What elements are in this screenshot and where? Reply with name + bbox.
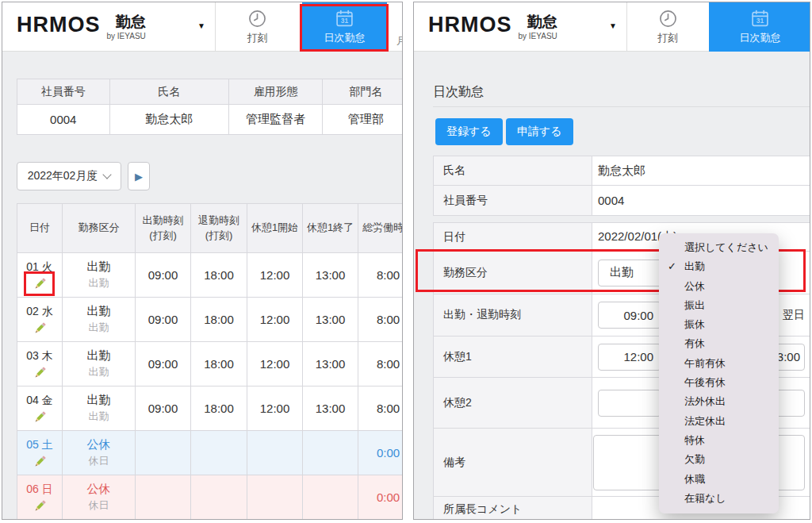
edit-pencil-icon[interactable] <box>17 454 62 469</box>
tab-nikkin-label: 日次勤怠 <box>740 31 781 45</box>
tab-dakoku[interactable]: 打刻 <box>215 2 300 52</box>
tab-nikkin-kintai[interactable]: 31 日次勤怠 <box>709 2 810 52</box>
day-of-week: 木 <box>42 349 53 362</box>
dropdown-option[interactable]: 法定休出 <box>659 412 779 431</box>
day-of-week: 土 <box>42 438 53 451</box>
apply-button[interactable]: 申請する <box>506 118 573 145</box>
checkmark-icon: ✓ <box>668 257 676 276</box>
day-of-week: 火 <box>42 260 53 273</box>
svg-text:31: 31 <box>756 17 764 25</box>
break2-label: 休憩2 <box>434 378 592 428</box>
department: 管理部 <box>322 105 403 135</box>
day-of-week: 水 <box>42 305 53 317</box>
break-start-time: 12:00 <box>247 342 303 386</box>
work-type: 出勤 <box>63 304 135 319</box>
month-selector-label: 2022年02月度 <box>28 169 98 183</box>
work-type-sub: 出勤 <box>63 365 135 379</box>
attendance-table: 日付 勤務区分 出勤時刻(打刻) 退勤時刻(打刻) 休憩1開始 休憩1終了 総労… <box>17 203 403 520</box>
register-button[interactable]: 登録する <box>435 118 503 145</box>
logo-product: 勤怠 <box>116 14 146 31</box>
dropdown-option[interactable]: 在籍なし <box>659 489 779 508</box>
clock-in-time: 09:00 <box>136 386 191 431</box>
tab-next-partial-label: 月 <box>396 34 403 48</box>
next-day-label: 翌日 <box>783 308 805 322</box>
app-header: HRMOS 勤怠 by IEYASU ▼ 打刻 31 日次勤怠 <box>414 2 810 52</box>
work-type-sub: 出勤 <box>63 410 135 424</box>
break-start-time <box>247 475 303 520</box>
break-start-time <box>247 431 303 475</box>
date-label: 日付 <box>434 223 592 251</box>
col-clock-in: 出勤時刻(打刻) <box>136 204 191 253</box>
clock-in-input[interactable]: 09:00 <box>598 302 661 329</box>
tab-dakoku-label: 打刻 <box>247 31 268 45</box>
break-start-time: 12:00 <box>247 298 303 342</box>
work-type: 出勤 <box>63 260 135 275</box>
break1-label: 休憩1 <box>434 336 592 377</box>
month-selector[interactable]: 2022年02月度 <box>17 162 121 190</box>
col-department: 部門名 <box>322 79 403 105</box>
name-value: 勤怠太郎 <box>592 156 810 185</box>
logo-product: 勤怠 <box>527 14 557 31</box>
app-header: HRMOS 勤怠 by IEYASU ▼ 打刻 31 日次勤怠 月 <box>2 2 402 52</box>
work-type-sub: 出勤 <box>63 276 135 290</box>
calendar-31-icon: 31 <box>750 9 770 29</box>
day-number: 02 <box>26 305 39 317</box>
logo-text: HRMOS <box>17 14 101 36</box>
logo-byline: by IEYASU <box>107 32 146 40</box>
work-type-sub: 休日 <box>63 454 135 468</box>
break-start-time: 12:00 <box>247 253 303 298</box>
dropdown-option[interactable]: 午後有休 <box>659 373 779 392</box>
tab-nikkin-kintai[interactable]: 31 日次勤怠 <box>302 2 387 52</box>
col-name: 氏名 <box>109 79 229 105</box>
dropdown-option[interactable]: 有休 <box>659 334 779 353</box>
break-end-time: 13:00 <box>303 342 358 386</box>
break-end-time <box>303 475 358 520</box>
edit-pencil-icon[interactable] <box>17 321 62 336</box>
manager-comment-label: 所属長コメント <box>434 497 592 520</box>
menu-caret-icon[interactable]: ▼ <box>609 21 617 30</box>
col-total-hours: 総労働時間 <box>358 204 404 253</box>
col-work-type: 勤務区分 <box>63 204 136 253</box>
attendance-row-05-saturday: 05 土 公休休日 0:00 <box>17 431 404 475</box>
work-type: 出勤 <box>63 393 135 408</box>
dropdown-option[interactable]: 休職 <box>659 470 779 489</box>
dropdown-option[interactable]: 振出 <box>659 296 779 315</box>
edit-pencil-icon[interactable] <box>17 410 62 425</box>
dropdown-option[interactable]: 法外休出 <box>659 392 779 411</box>
work-type-sub: 休日 <box>63 498 135 513</box>
day-of-week: 金 <box>42 394 53 406</box>
clock-in-time <box>136 475 191 520</box>
attendance-row-04: 04 金 出勤出勤 09:00 18:00 12:00 13:00 8:00 <box>17 386 404 431</box>
dropdown-option[interactable]: 公休 <box>659 277 779 296</box>
edit-pencil-icon[interactable] <box>17 276 62 291</box>
dropdown-option[interactable]: 特休 <box>659 431 779 450</box>
dropdown-option[interactable]: 午前有休 <box>659 354 779 373</box>
hrmos-logo: HRMOS 勤怠 by IEYASU <box>17 11 146 40</box>
next-month-button[interactable]: ▶ <box>128 162 150 190</box>
total-hours: 8:00 <box>358 386 404 431</box>
col-date: 日付 <box>17 204 63 253</box>
employment-type: 管理監督者 <box>229 105 323 135</box>
total-hours: 8:00 <box>358 253 404 298</box>
edit-pencil-icon[interactable] <box>17 365 62 380</box>
break2-start-input[interactable] <box>598 390 661 417</box>
work-type-label: 勤務区分 <box>434 252 592 294</box>
break-start-time: 12:00 <box>247 386 303 431</box>
clock-icon <box>247 9 267 29</box>
attendance-row-02: 02 水 出勤出勤 09:00 18:00 12:00 13:00 8:00 <box>17 298 404 342</box>
employee-value-row: 0004 勤怠太郎 管理監督者 管理部 新 <box>17 105 404 135</box>
clock-out-time: 18:00 <box>191 342 247 386</box>
edit-pencil-icon[interactable] <box>17 498 62 513</box>
title-divider <box>433 106 810 107</box>
work-type-sub: 出勤 <box>63 321 135 335</box>
dropdown-option-selected[interactable]: ✓出勤 <box>659 257 779 276</box>
employee-number: 0004 <box>17 105 110 135</box>
dropdown-option[interactable]: 欠勤 <box>659 450 779 469</box>
tab-dakoku[interactable]: 打刻 <box>626 2 709 52</box>
col-break-end: 休憩1終了 <box>303 204 358 253</box>
dropdown-option[interactable]: 選択してください <box>659 238 779 257</box>
break-end-time: 13:00 <box>303 298 358 342</box>
break1-start-input[interactable]: 12:00 <box>598 344 661 371</box>
menu-caret-icon[interactable]: ▼ <box>197 21 205 30</box>
dropdown-option[interactable]: 振休 <box>659 315 779 334</box>
